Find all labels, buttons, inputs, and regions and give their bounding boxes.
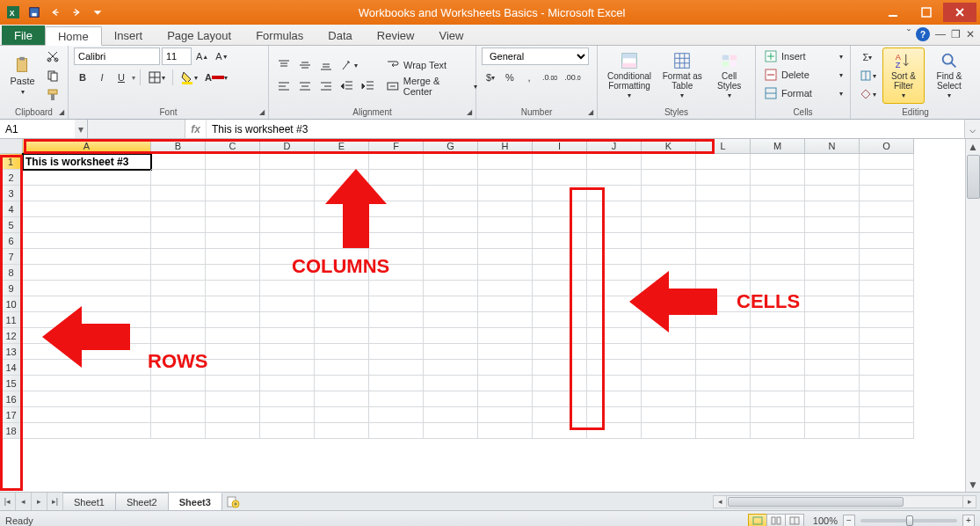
cell[interactable] <box>860 312 914 328</box>
cell[interactable] <box>260 217 315 233</box>
cell[interactable] <box>642 233 696 249</box>
cell[interactable] <box>260 328 315 344</box>
minimize-ribbon-icon[interactable]: ˇ <box>907 28 911 40</box>
cell[interactable] <box>860 154 914 170</box>
cell[interactable] <box>424 265 478 281</box>
cell[interactable] <box>696 360 751 376</box>
cell[interactable] <box>151 376 206 391</box>
cell[interactable] <box>642 154 696 170</box>
cell[interactable] <box>751 423 805 439</box>
column-header[interactable]: M <box>751 139 805 154</box>
cell[interactable] <box>860 360 914 376</box>
cell[interactable] <box>206 328 260 344</box>
cell[interactable] <box>478 265 533 281</box>
qat-customize-icon[interactable] <box>88 3 107 22</box>
italic-button[interactable]: I <box>93 69 111 86</box>
decrease-font-icon[interactable]: A▼ <box>213 47 230 65</box>
select-all-corner[interactable] <box>0 139 23 154</box>
cell[interactable] <box>151 265 206 281</box>
cell[interactable] <box>151 281 206 296</box>
cell[interactable] <box>805 407 860 423</box>
delete-cells-button[interactable]: Delete▾ <box>761 66 846 84</box>
cell[interactable] <box>860 296 914 312</box>
cell[interactable] <box>805 360 860 376</box>
cell[interactable] <box>751 217 805 233</box>
zoom-in-icon[interactable]: + <box>962 515 975 527</box>
cell[interactable] <box>151 407 206 423</box>
cell[interactable] <box>151 186 206 201</box>
cell[interactable] <box>206 407 260 423</box>
cell[interactable] <box>424 407 478 423</box>
cell[interactable] <box>315 154 369 170</box>
cell[interactable] <box>424 344 478 360</box>
cell[interactable] <box>151 249 206 265</box>
cell[interactable] <box>424 328 478 344</box>
cell[interactable] <box>260 154 315 170</box>
paste-button[interactable]: Paste ▾ <box>5 47 40 104</box>
cell[interactable] <box>860 281 914 296</box>
cell[interactable] <box>696 217 751 233</box>
cell[interactable] <box>315 407 369 423</box>
font-dialog-icon[interactable]: ◢ <box>259 108 265 116</box>
cell[interactable] <box>206 360 260 376</box>
cell[interactable] <box>151 423 206 439</box>
cell[interactable] <box>696 407 751 423</box>
cell[interactable] <box>642 423 696 439</box>
sort-filter-button[interactable]: AZ Sort & Filter▾ <box>882 47 925 104</box>
cell[interactable] <box>751 376 805 391</box>
cell[interactable] <box>696 154 751 170</box>
cell[interactable] <box>23 217 151 233</box>
cell[interactable] <box>860 328 914 344</box>
doc-minimize-icon[interactable]: — <box>935 28 946 40</box>
fill-color-icon[interactable]: ▾ <box>178 69 200 86</box>
increase-decimal-icon[interactable]: .0.00 <box>540 69 560 86</box>
vertical-scrollbar[interactable]: ▲ ▼ <box>965 139 980 492</box>
cell[interactable] <box>151 170 206 186</box>
cell[interactable] <box>696 233 751 249</box>
undo-icon[interactable] <box>46 3 65 22</box>
decrease-decimal-icon[interactable]: .00.0 <box>562 69 583 86</box>
cell[interactable] <box>260 170 315 186</box>
cell[interactable] <box>478 233 533 249</box>
align-center-icon[interactable] <box>295 77 315 95</box>
sheet-nav-next-icon[interactable]: ▸ <box>32 493 47 510</box>
cell[interactable] <box>642 407 696 423</box>
cell[interactable] <box>642 249 696 265</box>
cell[interactable] <box>642 344 696 360</box>
cell[interactable] <box>23 391 151 407</box>
find-select-button[interactable]: Find & Select▾ <box>928 47 970 104</box>
tab-data[interactable]: Data <box>316 26 364 45</box>
cell[interactable] <box>805 170 860 186</box>
cell[interactable] <box>206 249 260 265</box>
cell[interactable] <box>424 281 478 296</box>
cell[interactable] <box>260 312 315 328</box>
cell[interactable] <box>424 201 478 217</box>
cell[interactable] <box>23 170 151 186</box>
scroll-up-icon[interactable]: ▲ <box>966 139 980 154</box>
align-left-icon[interactable] <box>274 77 294 95</box>
cell[interactable] <box>860 407 914 423</box>
zoom-slider[interactable] <box>860 519 957 522</box>
cell[interactable] <box>206 170 260 186</box>
tab-file[interactable]: File <box>2 26 45 45</box>
cell[interactable] <box>805 154 860 170</box>
align-middle-icon[interactable] <box>295 56 315 74</box>
cell[interactable] <box>206 186 260 201</box>
orientation-icon[interactable]: ▾ <box>338 56 360 74</box>
zoom-level[interactable]: 100% <box>813 515 838 526</box>
cell[interactable] <box>860 201 914 217</box>
cell[interactable] <box>260 423 315 439</box>
cell[interactable] <box>206 265 260 281</box>
cell[interactable] <box>315 391 369 407</box>
namebox-dropdown-icon[interactable]: ▾ <box>75 123 87 135</box>
cell[interactable] <box>369 154 424 170</box>
cell[interactable] <box>751 186 805 201</box>
cell[interactable] <box>23 249 151 265</box>
expand-formula-bar-icon[interactable]: ⌵ <box>964 120 980 138</box>
cell[interactable] <box>751 360 805 376</box>
cell[interactable] <box>206 296 260 312</box>
cell[interactable] <box>642 360 696 376</box>
cell[interactable] <box>315 376 369 391</box>
cell[interactable] <box>478 312 533 328</box>
cell[interactable] <box>478 281 533 296</box>
